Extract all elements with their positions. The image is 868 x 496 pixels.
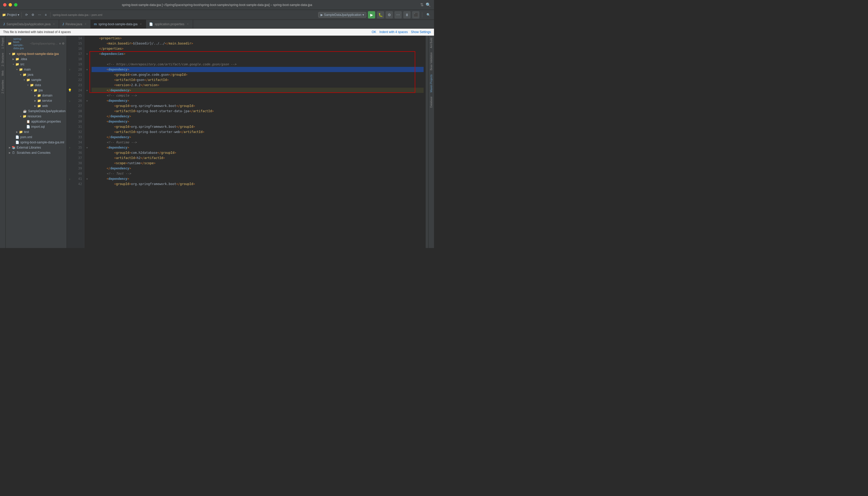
- tab-close-1[interactable]: ×: [52, 22, 56, 26]
- gutter-icon-41: ↓: [69, 177, 70, 180]
- notification-ok[interactable]: OK: [372, 30, 376, 34]
- code-line-14: <properties>: [92, 36, 424, 41]
- tree-resources-label: resources: [28, 114, 41, 118]
- notification-settings[interactable]: Show Settings: [411, 30, 431, 34]
- tree-SampleDataJpaApplication[interactable]: ▶ ☕ SampleDataJpaApplication: [6, 109, 67, 114]
- tab-props-icon: 📄: [149, 22, 153, 26]
- fold-17[interactable]: ▾: [84, 51, 90, 57]
- tree-scratches[interactable]: ▶ 🗒 Scratches and Consoles: [6, 150, 67, 155]
- global-search-btn[interactable]: 🔍: [425, 12, 432, 17]
- sample-folder-icon: 📁: [26, 78, 30, 82]
- tab-close-4[interactable]: ×: [186, 22, 190, 26]
- ln-38: 38: [75, 160, 82, 166]
- code-line-34: <!-- Runtime -->: [92, 140, 424, 145]
- main-folder-icon: 📁: [19, 67, 23, 72]
- ln-23: 23: [75, 82, 82, 88]
- tab-pom[interactable]: m spring-boot-sample-data-jpa ×: [91, 20, 146, 28]
- right-tab-ant-build[interactable]: Ant Build: [429, 36, 433, 50]
- tree-iml[interactable]: ▶ 📄 spring-boot-sample-data-jpa.iml: [6, 140, 67, 145]
- run-button[interactable]: ▶: [368, 11, 375, 18]
- fold-24[interactable]: ▾: [84, 88, 90, 93]
- sidebar-collapse-btn[interactable]: ≡: [59, 42, 61, 45]
- tree-jpa[interactable]: ▾ 📁 jpa: [6, 88, 67, 93]
- maximize-button[interactable]: [14, 3, 17, 6]
- sidebar-settings-btn[interactable]: ⚙: [62, 42, 64, 45]
- tree-resources[interactable]: ▾ 📁 resources: [6, 114, 67, 119]
- tab-application-properties[interactable]: 📄 application.properties ×: [146, 20, 193, 28]
- run-config-dropdown[interactable]: ▶ SampleDataJpaApplication ▾: [318, 12, 366, 18]
- ln-36: 36: [75, 150, 82, 155]
- tree-domain[interactable]: ▶ 📁 domain: [6, 93, 67, 98]
- tree-domain-arrow: ▶: [33, 94, 37, 97]
- left-tab-favorites[interactable]: 2: Favorites: [1, 78, 5, 95]
- fold-35[interactable]: ▾: [84, 145, 90, 150]
- more-run-btn[interactable]: ⋯: [394, 11, 402, 18]
- more-btn[interactable]: ⋯: [36, 12, 43, 17]
- tree-java[interactable]: ▾ 📁 java: [6, 72, 67, 77]
- fold-14: [84, 36, 90, 41]
- tree-src[interactable]: ▾ 📁 src: [6, 62, 67, 67]
- tab-sample-data-jpa-application[interactable]: J SampleDataJpaApplication.java ×: [0, 20, 59, 28]
- tree-external-libraries[interactable]: ▶ 📚 External Libraries: [6, 145, 67, 150]
- project-label[interactable]: Project: [7, 13, 17, 17]
- left-tab-project[interactable]: 1: Project: [1, 36, 5, 51]
- tree-web[interactable]: ▶ 📁 web: [6, 103, 67, 109]
- stop-button[interactable]: ⬛: [412, 11, 420, 18]
- fold-gutter: ▾ ▾ ▾ ▾ ▾: [84, 36, 90, 248]
- tree-data-label: data: [35, 83, 41, 87]
- tree-pom-label: pom.xml: [20, 135, 32, 139]
- minimize-button[interactable]: [9, 3, 12, 6]
- tree-import-sql[interactable]: ▶ 📄 import.sql: [6, 124, 67, 129]
- tree-pom[interactable]: ▶ 📄 pom.xml: [6, 135, 67, 140]
- settings-button[interactable]: ⚙: [385, 11, 393, 18]
- fold-36: [84, 150, 90, 155]
- vertical-scrollbar[interactable]: [426, 36, 428, 248]
- tree-service[interactable]: ▶ 📁 service: [6, 98, 67, 103]
- fold-20[interactable]: ▾: [84, 67, 90, 72]
- tree-jpa-arrow: ▾: [30, 89, 33, 92]
- fold-26[interactable]: ▾: [84, 98, 90, 103]
- sort-icon[interactable]: ⇅: [420, 2, 424, 7]
- tree-data[interactable]: ▾ 📁 data: [6, 82, 67, 88]
- tree-root[interactable]: ▾ 📁 spring-boot-sample-data-jpa: [6, 51, 67, 57]
- tree-sample[interactable]: ▾ 📁 sample: [6, 77, 67, 82]
- search-icon[interactable]: 🔍: [426, 2, 431, 7]
- right-tab-database[interactable]: Database: [429, 94, 433, 110]
- left-tab-structure[interactable]: 2: Structure: [1, 51, 5, 68]
- project-dropdown-icon[interactable]: ▾: [18, 13, 19, 17]
- tree-main[interactable]: ▾ 📁 main: [6, 67, 67, 72]
- right-tab-maven-projects[interactable]: Maven Projects: [429, 72, 433, 94]
- tree-application-properties[interactable]: ▶ 📋 application.properties: [6, 119, 67, 124]
- code-line-15: <main.basedir>${basedir}/../../</main.ba…: [92, 41, 424, 46]
- collapse-btn[interactable]: ≡: [43, 12, 48, 17]
- tab-close-3[interactable]: ×: [139, 22, 143, 26]
- fold-41[interactable]: ▾: [84, 176, 90, 181]
- close-button[interactable]: [3, 3, 6, 6]
- config-btn[interactable]: ⚙: [30, 12, 36, 17]
- right-tab-bean-validation[interactable]: Bean Validation: [429, 50, 433, 72]
- tab-review[interactable]: J Review.java ×: [59, 20, 91, 28]
- code-editor[interactable]: <properties> <main.basedir>${basedir}/..…: [90, 36, 426, 248]
- toolbar-sep-3: [422, 12, 422, 17]
- tree-idea[interactable]: ▶ 📁 .idea: [6, 57, 67, 62]
- gutter-27: [67, 103, 73, 109]
- tree-test[interactable]: ▶ 📁 test: [6, 129, 67, 135]
- gutter-icon-24[interactable]: 💡: [68, 89, 72, 92]
- debug-button[interactable]: 🐛: [377, 11, 384, 18]
- pause-button[interactable]: ⏸: [403, 11, 411, 18]
- tab-close-2[interactable]: ×: [84, 22, 88, 26]
- gutter-26: ↓: [67, 98, 73, 103]
- tab-label-4: application.properties: [155, 22, 184, 26]
- sync-btn[interactable]: ⟳: [24, 12, 29, 17]
- line-numbers: 14 15 16 17 18 19 20 21 22 23 24 25 26 2…: [73, 36, 84, 248]
- fold-30: [84, 119, 90, 124]
- ln-24: 24: [75, 88, 82, 93]
- fold-29: [84, 114, 90, 119]
- left-vertical-tabs: 1: Project 2: Structure Web 2: Favorites: [0, 36, 6, 248]
- ln-37: 37: [75, 155, 82, 160]
- java-folder-icon: 📁: [22, 73, 27, 77]
- left-tab-web[interactable]: Web: [1, 68, 5, 78]
- tree-SampleDataJpaApplication-label: SampleDataJpaApplication: [28, 109, 66, 113]
- gutter-17: [67, 51, 73, 57]
- notification-indent[interactable]: Indent with 4 spaces: [379, 30, 408, 34]
